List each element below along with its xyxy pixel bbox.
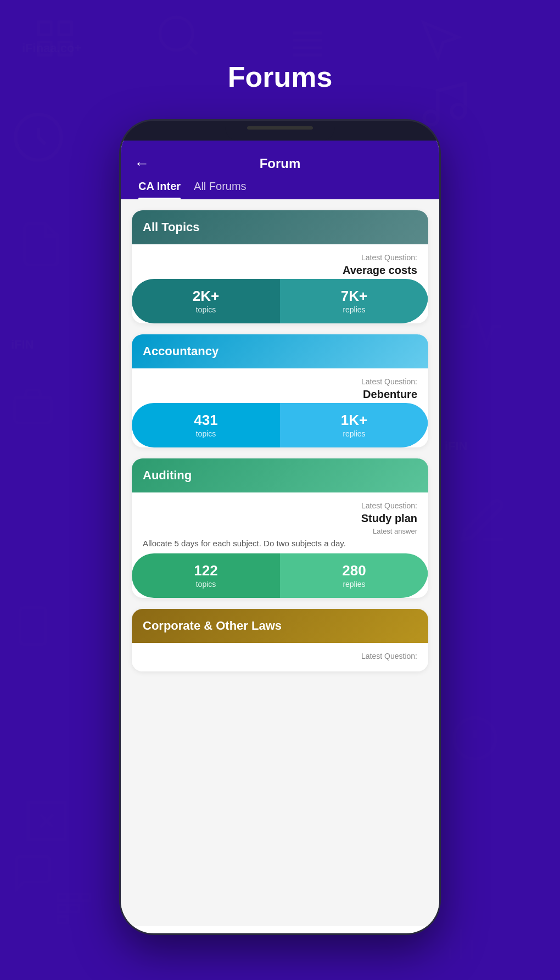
card-header-corporate: Corporate & Other Laws (132, 609, 428, 643)
notch-bar (247, 126, 313, 130)
stat-topics-all-topics: 2K+ topics (132, 279, 280, 323)
svg-point-5 (15, 114, 61, 160)
latest-question-label-auditing: Latest Question: (143, 501, 417, 510)
card-header-all-topics: All Topics (132, 210, 428, 244)
stat-label-topics-aud: topics (196, 580, 216, 589)
card-all-topics[interactable]: All Topics Latest Question: Average cost… (132, 210, 428, 323)
stats-accountancy: 431 topics 1K+ replies (132, 403, 428, 447)
phone-frame: ← Forum CA Inter All Forums All Topics L… (121, 121, 439, 933)
header-title: Forum (158, 156, 402, 171)
latest-answer-label-auditing: Latest answer (143, 527, 417, 535)
svg-rect-1 (59, 22, 71, 35)
stat-number-topics-acc: 431 (143, 412, 269, 429)
content-area[interactable]: All Topics Latest Question: Average cost… (121, 199, 439, 926)
svg-rect-3 (59, 42, 71, 55)
stat-topics-auditing: 122 topics (132, 553, 280, 598)
latest-question-label-corporate: Latest Question: (143, 652, 417, 660)
tabs-bar: CA Inter All Forums (134, 180, 426, 199)
app-header: ← Forum CA Inter All Forums (121, 141, 439, 199)
card-corporate[interactable]: Corporate & Other Laws Latest Question: (132, 609, 428, 671)
latest-question-label-accountancy: Latest Question: (143, 377, 417, 386)
latest-question-label-all-topics: Latest Question: (143, 253, 417, 262)
stat-replies-accountancy: 1K+ replies (280, 403, 428, 447)
stat-replies-all-topics: 7K+ replies (280, 279, 428, 323)
card-header-accountancy: Accountancy (132, 334, 428, 368)
stat-label-topics-acc: topics (196, 429, 216, 438)
svg-rect-2 (38, 42, 51, 55)
stat-label-replies-acc: replies (343, 429, 365, 438)
stat-label-replies-all: replies (343, 305, 365, 314)
latest-question-accountancy: Debenture (143, 388, 417, 401)
stat-label-topics-all: topics (196, 305, 216, 314)
svg-point-11 (455, 718, 496, 759)
svg-rect-20 (58, 917, 68, 923)
stat-label-replies-aud: replies (343, 580, 365, 589)
page-title: Forums (228, 60, 333, 93)
card-accountancy[interactable]: Accountancy Latest Question: Debenture 4… (132, 334, 428, 447)
stat-number-replies-acc: 1K+ (291, 412, 417, 429)
svg-rect-15 (58, 894, 68, 901)
stat-topics-accountancy: 431 topics (132, 403, 280, 447)
back-button[interactable]: ← (134, 156, 149, 171)
stat-replies-auditing: 280 replies (280, 553, 428, 598)
tab-ca-inter[interactable]: CA Inter (138, 180, 181, 199)
svg-rect-18 (58, 905, 68, 912)
phone-screen: ← Forum CA Inter All Forums All Topics L… (121, 141, 439, 933)
stat-number-topics-aud: 122 (143, 562, 269, 579)
stat-number-replies-all: 7K+ (291, 288, 417, 305)
svg-rect-0 (38, 22, 51, 35)
card-body-corporate: Latest Question: (132, 643, 428, 671)
card-body-auditing: Latest Question: Study plan Latest answe… (132, 492, 428, 549)
stats-auditing: 122 topics 280 replies (132, 553, 428, 598)
svg-point-7 (452, 104, 466, 118)
header-nav: ← Forum (134, 152, 426, 180)
card-body-accountancy: Latest Question: Debenture (132, 368, 428, 401)
svg-rect-8 (15, 397, 52, 423)
card-header-auditing: Auditing (132, 458, 428, 492)
card-body-all-topics: Latest Question: Average costs (132, 244, 428, 277)
svg-point-4 (160, 17, 193, 50)
svg-rect-19 (69, 905, 79, 912)
svg-point-6 (424, 111, 438, 125)
svg-rect-17 (81, 894, 90, 901)
card-auditing[interactable]: Auditing Latest Question: Study plan Lat… (132, 458, 428, 598)
latest-answer-auditing: Allocate 5 days for each subject. Do two… (143, 537, 417, 549)
stats-all-topics: 2K+ topics 7K+ replies (132, 279, 428, 323)
svg-rect-16 (69, 894, 79, 901)
phone-notch (225, 121, 335, 141)
stat-number-topics-all: 2K+ (143, 288, 269, 305)
svg-rect-9 (20, 608, 46, 645)
tab-all-forums[interactable]: All Forums (194, 180, 247, 199)
latest-question-all-topics: Average costs (143, 264, 417, 277)
stat-number-replies-aud: 280 (291, 562, 417, 579)
latest-question-auditing: Study plan (143, 512, 417, 525)
